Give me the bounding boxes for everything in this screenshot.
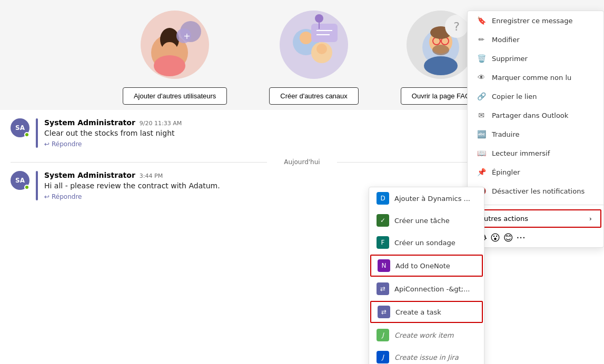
forms-icon: F [377,236,389,249]
illus-circle-3: ? [407,11,475,79]
dropdown-api[interactable]: ⇄ ApiConnection -&gt;... [369,278,484,300]
main-area: + Ajouter d'autres utilisateurs [0,0,604,364]
planner-icon: ✓ [377,214,389,227]
menu-partager[interactable]: ✉️ Partager dans Outlook [468,106,603,125]
illus-svg-1: + [141,11,209,79]
message-time-2: 3:44 PM [140,173,163,179]
edit-icon: ✏️ [476,34,487,45]
pin-icon: 📌 [476,167,487,177]
chevron-right-icon: › [589,215,592,223]
illus-circle-1: + [141,11,209,79]
bookmark-icon: 🔖 [476,15,487,26]
api-icon: ⇄ [377,282,389,295]
svg-text:+: + [183,31,190,41]
emoji-smile[interactable]: 😊 [503,232,513,243]
onenote-icon: N [378,259,390,272]
message-time-1: 9/20 11:33 AM [140,120,182,127]
menu-desactiver[interactable]: 🔕 Désactiver les notifications [468,181,603,200]
menu-lecteur[interactable]: 📖 Lecteur immersif [468,144,603,163]
emoji-wow[interactable]: 😮 [490,232,500,243]
menu-epingler[interactable]: 📌 Épingler [468,163,603,181]
dropdown-menu: D Ajouter à Dynamics ... ✓ Créer une tâc… [369,187,484,364]
dropdown-jira-issue[interactable]: J Create issue in Jira [369,346,484,364]
illus-circle-2 [280,11,348,79]
reader-icon: 📖 [476,148,487,158]
right-context-menu: 🔖 Enregistrer ce message ✏️ Modifier 🗑️ … [467,11,604,248]
dropdown-dynamics[interactable]: D Ajouter à Dynamics ... [369,187,484,209]
emoji-bar: 😂 😮 😊 ··· [468,230,603,247]
status-badge-2 [24,185,29,190]
menu-traduire[interactable]: 🔤 Traduire [468,125,603,144]
jira-icon-1: J [377,329,389,341]
menu-copier-lien[interactable]: 🔗 Copier le lien [468,87,603,106]
menu-supprimer[interactable]: 🗑️ Supprimer [468,49,603,68]
dropdown-create-task[interactable]: ⇄ Create a task [370,301,483,323]
eye-off-icon: 👁 [476,72,487,83]
svg-point-25 [424,56,458,75]
avatar-1: SA [11,118,29,137]
emoji-more[interactable]: ··· [517,232,526,243]
illus-item-2: Créer d'autres canaux [269,11,359,105]
svg-point-6 [154,55,185,76]
svg-text:?: ? [454,20,460,33]
svg-point-10 [316,44,327,54]
illus-svg-2 [280,11,348,79]
trash-icon: 🗑️ [476,53,487,64]
illus-svg-3: ? [407,11,475,79]
task-icon: ⇄ [378,306,390,318]
menu-divider [468,205,603,205]
menu-enregistrer[interactable]: 🔖 Enregistrer ce message [468,11,603,30]
message-border-2 [36,171,38,200]
svg-point-22 [432,45,449,55]
dropdown-forms[interactable]: F Créer un sondage [369,231,484,254]
translate-icon: 🔤 [476,129,487,139]
message-border-1 [36,118,38,148]
avatar-2: SA [11,171,29,190]
share-icon: ✉️ [476,110,487,120]
menu-modifier[interactable]: ✏️ Modifier [468,30,603,49]
create-channels-btn[interactable]: Créer d'autres canaux [269,87,359,105]
dropdown-onenote[interactable]: N Add to OneNote [370,255,483,277]
dropdown-work-item[interactable]: J Create work item [369,324,484,346]
message-author-1: System Administrator [44,118,135,127]
menu-marquer[interactable]: 👁 Marquer comme non lu [468,68,603,87]
illus-item-1: + Ajouter d'autres utilisateurs [123,11,227,105]
status-badge-1 [24,132,29,137]
add-users-btn[interactable]: Ajouter d'autres utilisateurs [123,87,227,105]
dynamics-icon: D [377,192,389,205]
link-icon: 🔗 [476,91,487,102]
message-author-2: System Administrator [44,171,135,179]
svg-point-14 [315,14,323,23]
dropdown-planner[interactable]: ✓ Créer une tâche [369,209,484,231]
svg-rect-11 [311,24,338,42]
svg-point-8 [300,32,312,44]
jira-icon-2: J [377,351,389,363]
autres-actions-item[interactable]: Autres actions › [470,209,601,228]
